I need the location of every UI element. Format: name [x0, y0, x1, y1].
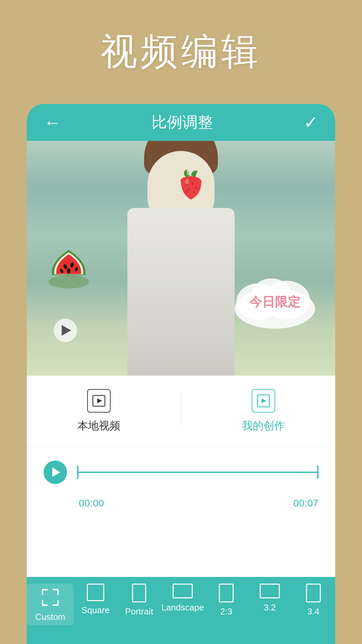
svg-point-3: [67, 268, 70, 274]
my-creation-label: 我的创作: [242, 419, 285, 433]
svg-point-8: [195, 186, 197, 189]
local-video-button[interactable]: 本地视频: [77, 389, 120, 433]
ratio-custom-icon: [40, 587, 61, 608]
ratio-3-4[interactable]: 3.4: [292, 584, 335, 617]
svg-point-12: [185, 179, 189, 184]
ratio-2-3[interactable]: 2:3: [204, 584, 248, 617]
ratio-3-4-icon: [306, 584, 321, 602]
divider-vertical: [181, 394, 181, 428]
strawberry-sticker[interactable]: [174, 168, 208, 205]
cloud-text: 今日限定: [249, 293, 300, 311]
timeline-fill: [77, 472, 318, 473]
ratio-custom[interactable]: Custom: [27, 584, 74, 626]
local-video-icon: [87, 389, 111, 413]
my-creation-icon: [252, 389, 275, 413]
time-end: 00:07: [293, 497, 318, 509]
ratio-bar: Custom Square Portrait Landscape: [27, 577, 335, 644]
ratio-2-3-label: 2:3: [220, 606, 232, 617]
svg-marker-18: [97, 398, 102, 403]
time-start: 00:00: [79, 497, 104, 509]
timeline-play-icon: [52, 468, 60, 477]
ratio-3-2-icon: [260, 584, 280, 598]
timeline-section: [27, 447, 335, 494]
ratio-landscape-label: Landscape: [161, 602, 204, 613]
timeline-times: 00:00 00:07: [27, 497, 335, 509]
page-title: 视频编辑: [0, 0, 362, 77]
ratio-landscape[interactable]: Landscape: [161, 584, 204, 613]
ratio-portrait-label: Portrait: [125, 606, 153, 617]
ratio-square-label: Square: [81, 605, 110, 615]
ratio-square-icon: [87, 584, 104, 601]
app-card: ← 比例调整 ✓: [27, 104, 335, 644]
ratio-2-3-icon: [219, 584, 234, 602]
ratio-3-2[interactable]: 3.2: [248, 584, 292, 613]
timeline-thumb-left[interactable]: [77, 466, 78, 479]
svg-point-9: [187, 188, 189, 191]
ratio-3-2-label: 3.2: [264, 602, 276, 613]
cloud-sticker: 今日限定: [228, 272, 322, 332]
local-video-label: 本地视频: [77, 419, 120, 433]
timeline-bar[interactable]: [77, 472, 318, 473]
svg-point-7: [192, 182, 194, 185]
ratio-3-4-label: 3.4: [307, 606, 319, 617]
video-preview: 今日限定: [27, 141, 335, 376]
play-overlay-button[interactable]: [54, 319, 77, 342]
watermelon-sticker[interactable]: [47, 245, 90, 288]
card-header: ← 比例调整 ✓: [27, 104, 335, 141]
timeline-play-button[interactable]: [44, 461, 67, 484]
ratio-portrait-icon: [132, 584, 146, 602]
svg-point-10: [193, 191, 195, 193]
header-title: 比例调整: [152, 112, 213, 133]
timeline-thumb-right[interactable]: [317, 466, 318, 479]
ratio-landscape-icon: [173, 584, 193, 598]
svg-marker-21: [261, 398, 266, 403]
video-source-section: 本地视频 我的创作: [27, 376, 335, 447]
ratio-custom-label: Custom: [35, 612, 65, 622]
ratio-portrait[interactable]: Portrait: [117, 584, 161, 617]
confirm-button[interactable]: ✓: [304, 112, 318, 132]
ratio-square[interactable]: Square: [74, 584, 117, 615]
svg-point-11: [185, 191, 187, 193]
svg-point-0: [49, 275, 89, 288]
my-creation-button[interactable]: 我的创作: [242, 389, 285, 433]
play-triangle-icon: [62, 325, 71, 336]
back-button[interactable]: ←: [44, 112, 61, 132]
